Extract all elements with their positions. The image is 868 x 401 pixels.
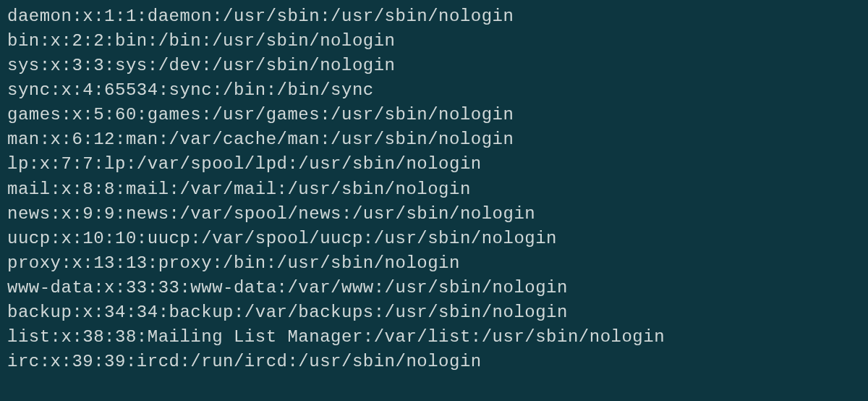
terminal-output: daemon:x:1:1:daemon:/usr/sbin:/usr/sbin/…	[7, 4, 861, 374]
terminal-line: sync:x:4:65534:sync:/bin:/bin/sync	[7, 78, 861, 103]
terminal-line: mail:x:8:8:mail:/var/mail:/usr/sbin/nolo…	[7, 177, 861, 202]
terminal-line: uucp:x:10:10:uucp:/var/spool/uucp:/usr/s…	[7, 227, 861, 251]
terminal-line: news:x:9:9:news:/var/spool/news:/usr/sbi…	[7, 202, 861, 227]
terminal-line: sys:x:3:3:sys:/dev:/usr/sbin/nologin	[7, 54, 861, 78]
terminal-line: games:x:5:60:games:/usr/games:/usr/sbin/…	[7, 103, 861, 127]
terminal-line: list:x:38:38:Mailing List Manager:/var/l…	[7, 325, 861, 350]
terminal-line: man:x:6:12:man:/var/cache/man:/usr/sbin/…	[7, 127, 861, 152]
terminal-line: lp:x:7:7:lp:/var/spool/lpd:/usr/sbin/nol…	[7, 152, 861, 177]
terminal-line: backup:x:34:34:backup:/var/backups:/usr/…	[7, 300, 861, 325]
terminal-line: www-data:x:33:33:www-data:/var/www:/usr/…	[7, 276, 861, 300]
terminal-line: bin:x:2:2:bin:/bin:/usr/sbin/nologin	[7, 29, 861, 54]
terminal-line: irc:x:39:39:ircd:/run/ircd:/usr/sbin/nol…	[7, 350, 861, 374]
terminal-line: proxy:x:13:13:proxy:/bin:/usr/sbin/nolog…	[7, 251, 861, 276]
terminal-line: daemon:x:1:1:daemon:/usr/sbin:/usr/sbin/…	[7, 4, 861, 29]
